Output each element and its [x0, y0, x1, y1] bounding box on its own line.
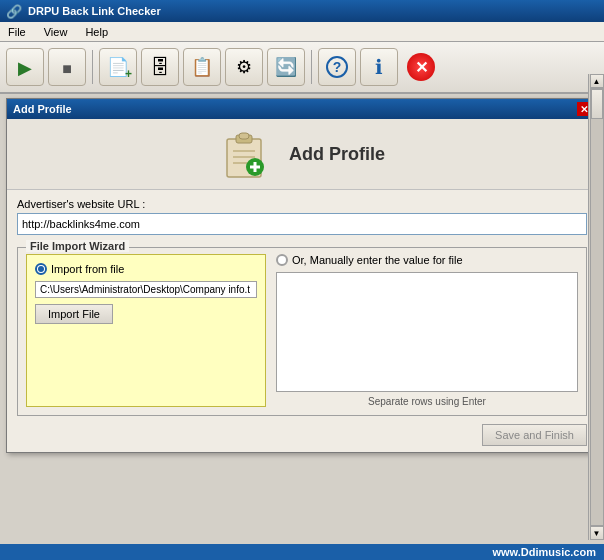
- info-button[interactable]: ℹ: [360, 48, 398, 86]
- database-button[interactable]: 🗄: [141, 48, 179, 86]
- scroll-down-arrow[interactable]: ▼: [590, 526, 604, 540]
- refresh-icon: 🔄: [275, 56, 297, 78]
- dialog-title-bar: Add Profile ✕: [7, 99, 597, 119]
- menu-file[interactable]: File: [4, 26, 30, 38]
- dialog-title: Add Profile: [13, 103, 72, 115]
- wizard-legend: File Import Wizard: [26, 240, 129, 252]
- manual-entry-radio[interactable]: [276, 254, 288, 266]
- manual-entry-label: Or, Manually enter the value for file: [292, 254, 463, 266]
- scroll-track[interactable]: [590, 88, 604, 526]
- refresh-button[interactable]: 🔄: [267, 48, 305, 86]
- separate-rows-hint: Separate rows using Enter: [276, 396, 578, 407]
- close-red-icon: ✕: [407, 53, 435, 81]
- scroll-thumb[interactable]: [591, 89, 603, 119]
- manual-entry-panel: Or, Manually enter the value for file Se…: [276, 254, 578, 407]
- toolbar: 📄 + 🗄 📋 ⚙ 🔄 ? ℹ ✕: [0, 42, 604, 94]
- title-bar: 🔗 DRPU Back Link Checker: [0, 0, 604, 22]
- document-button[interactable]: 📋: [183, 48, 221, 86]
- settings-icon: ⚙: [236, 56, 252, 78]
- bottom-buttons-area: Save and Finish: [7, 420, 597, 452]
- manual-entry-textarea[interactable]: [276, 272, 578, 392]
- plus-icon: +: [125, 67, 132, 81]
- help-icon: ?: [326, 56, 348, 78]
- url-label: Advertiser's website URL :: [17, 198, 587, 210]
- info-icon: ℹ: [375, 55, 383, 79]
- add-profile-dialog: Add Profile ✕ Add Profile A: [6, 98, 598, 453]
- import-from-file-radio-row: Import from file: [35, 263, 257, 275]
- toolbar-separator-2: [311, 50, 312, 84]
- menu-view[interactable]: View: [40, 26, 72, 38]
- menu-help[interactable]: Help: [81, 26, 112, 38]
- toolbar-separator-1: [92, 50, 93, 84]
- save-finish-button[interactable]: Save and Finish: [482, 424, 587, 446]
- document-icon: 📋: [191, 56, 213, 78]
- play-button[interactable]: [6, 48, 44, 86]
- url-input[interactable]: [17, 213, 587, 235]
- import-from-file-radio[interactable]: [35, 263, 47, 275]
- scroll-up-arrow[interactable]: ▲: [590, 74, 604, 88]
- help-button[interactable]: ?: [318, 48, 356, 86]
- right-scrollbar: ▲ ▼: [588, 74, 604, 540]
- add-button[interactable]: 📄 +: [99, 48, 137, 86]
- settings-button[interactable]: ⚙: [225, 48, 263, 86]
- app-icon: 🔗: [6, 4, 22, 19]
- wizard-fieldset: File Import Wizard Import from file C:\U…: [17, 247, 587, 416]
- app-title: DRPU Back Link Checker: [28, 5, 161, 17]
- svg-rect-2: [239, 133, 249, 139]
- file-path-display: C:\Users\Administrator\Desktop\Company i…: [35, 281, 257, 298]
- url-area: Advertiser's website URL :: [7, 190, 597, 243]
- database-icon: 🗄: [150, 56, 170, 79]
- wizard-container: File Import Wizard Import from file C:\U…: [17, 247, 587, 416]
- import-from-file-label: Import from file: [51, 263, 124, 275]
- clipboard-icon: [219, 129, 269, 179]
- watermark: www.Ddimusic.com: [0, 544, 604, 560]
- menu-bar: File View Help: [0, 22, 604, 42]
- import-file-button[interactable]: Import File: [35, 304, 113, 324]
- profile-dialog-title: Add Profile: [289, 144, 385, 165]
- profile-header: Add Profile: [7, 119, 597, 190]
- play-icon: [18, 56, 32, 79]
- close-app-button[interactable]: ✕: [402, 48, 440, 86]
- wizard-content: Import from file C:\Users\Administrator\…: [26, 254, 578, 407]
- stop-button[interactable]: [48, 48, 86, 86]
- manual-entry-radio-row: Or, Manually enter the value for file: [276, 254, 578, 266]
- import-from-file-panel: Import from file C:\Users\Administrator\…: [26, 254, 266, 407]
- watermark-text: www.Ddimusic.com: [492, 546, 596, 558]
- stop-icon: [62, 56, 72, 79]
